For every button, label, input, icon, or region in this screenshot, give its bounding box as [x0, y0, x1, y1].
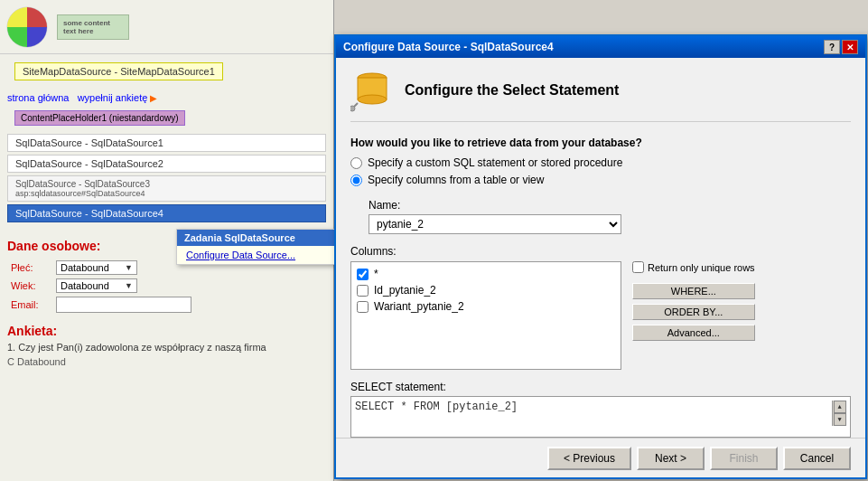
dialog-content: Configure the Select Statement How would…	[336, 58, 865, 438]
radio-custom-sql[interactable]	[350, 157, 362, 169]
radio-option-columns: Specify columns from a table or view	[350, 174, 851, 186]
select-section: SELECT statement: SELECT * FROM [pytanie…	[350, 381, 851, 438]
select-label: SELECT statement:	[350, 381, 851, 393]
col-item-wariant: Wariant_pytanie_2	[357, 300, 615, 313]
dialog-header: Configure the Select Statement	[350, 69, 851, 122]
radio-option-custom: Specify a custom SQL statement or stored…	[350, 156, 851, 169]
unique-rows-label: Return only unique rows	[648, 262, 755, 273]
columns-label: Columns:	[350, 245, 851, 258]
scrollbar-up-button[interactable]: ▲	[834, 401, 846, 413]
next-button[interactable]: Next >	[637, 447, 705, 470]
select-value: SELECT * FROM [pytanie_2]	[355, 401, 832, 413]
dialog-footer: < Previous Next > Finish Cancel	[336, 438, 865, 477]
radio-custom-sql-label: Specify a custom SQL statement or stored…	[368, 156, 622, 169]
unique-rows-row: Return only unique rows	[632, 261, 755, 273]
orderby-button[interactable]: ORDER BY...	[632, 304, 755, 320]
name-section: Name: pytanie_2	[350, 199, 851, 234]
dialog-close-button[interactable]: ✕	[842, 40, 858, 54]
dialog-header-title: Configure the Select Statement	[405, 82, 619, 99]
svg-point-3	[358, 95, 387, 104]
name-label: Name:	[369, 199, 851, 212]
name-select[interactable]: pytanie_2	[369, 214, 621, 234]
columns-layout: * Id_pytanie_2 Wariant_pytanie_2	[350, 261, 851, 370]
database-icon	[350, 69, 394, 112]
dialog-question: How would you like to retrieve data from…	[350, 137, 851, 149]
where-button[interactable]: WHERE...	[632, 283, 755, 299]
col-label-id: Id_pytanie_2	[374, 284, 436, 297]
columns-buttons: Return only unique rows WHERE... ORDER B…	[632, 261, 755, 370]
col-item-star: *	[357, 268, 615, 280]
columns-list: * Id_pytanie_2 Wariant_pytanie_2	[350, 261, 621, 370]
col-checkbox-id[interactable]	[357, 285, 369, 297]
radio-columns[interactable]	[350, 174, 362, 186]
advanced-button[interactable]: Advanced...	[632, 325, 755, 341]
scrollbar-down-button[interactable]: ▼	[834, 413, 846, 426]
select-textarea: SELECT * FROM [pytanie_2] ▲ ▼	[350, 396, 851, 438]
radio-group: Specify a custom SQL statement or stored…	[350, 156, 851, 186]
select-scrollbar[interactable]: ▲ ▼	[832, 401, 846, 426]
col-label-wariant: Wariant_pytanie_2	[374, 300, 464, 313]
dialog-title: Configure Data Source - SqlDataSource4	[343, 41, 554, 53]
dialog-titlebar: Configure Data Source - SqlDataSource4 ?…	[336, 36, 865, 58]
radio-columns-label: Specify columns from a table or view	[368, 174, 544, 186]
unique-rows-checkbox[interactable]	[632, 261, 644, 273]
svg-point-5	[350, 106, 355, 111]
dialog-overlay: Configure Data Source - SqlDataSource4 ?…	[0, 0, 868, 481]
name-select-row: pytanie_2	[369, 214, 851, 234]
dialog-help-button[interactable]: ?	[824, 40, 840, 54]
cancel-button[interactable]: Cancel	[783, 447, 851, 470]
finish-button[interactable]: Finish	[710, 447, 778, 470]
columns-section: Columns: * Id_pytanie_2 Wari	[350, 245, 851, 370]
col-item-id: Id_pytanie_2	[357, 284, 615, 297]
previous-button[interactable]: < Previous	[547, 447, 631, 470]
col-label-star: *	[374, 268, 378, 280]
col-checkbox-wariant[interactable]	[357, 301, 369, 313]
configure-datasource-dialog: Configure Data Source - SqlDataSource4 ?…	[334, 34, 867, 479]
dialog-title-buttons: ? ✕	[824, 40, 858, 54]
col-checkbox-star[interactable]	[357, 269, 369, 280]
